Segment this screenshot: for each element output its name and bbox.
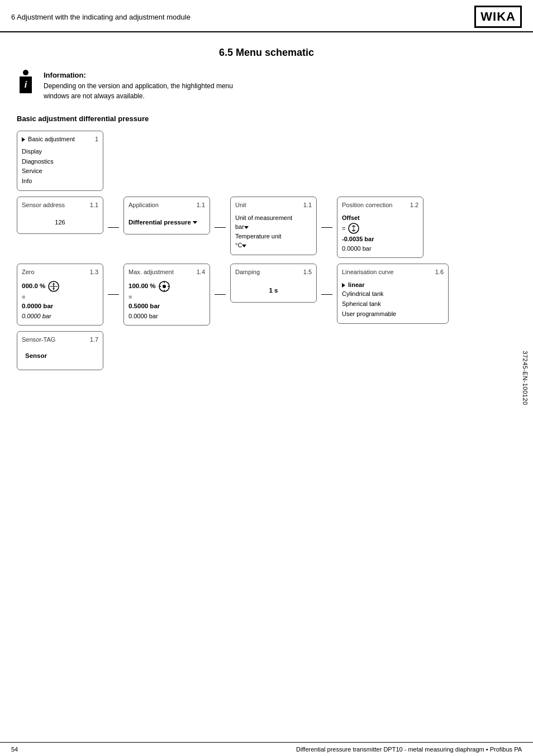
menu-grid: Basic adjustment 1 Display Diagnostics S… xyxy=(17,131,516,371)
sensor-address-value: 126 xyxy=(22,213,98,229)
application-header: Application 1.1 xyxy=(129,200,205,210)
application-value-text: Differential pressure xyxy=(129,219,193,226)
zero-number: 1.3 xyxy=(90,267,98,277)
position-correction-sublabel: Offset xyxy=(342,213,418,223)
temp-dropdown-triangle xyxy=(242,245,246,247)
info-dot xyxy=(23,70,28,75)
menu-row-3: Zero 1.3 000.0 % = xyxy=(17,264,516,326)
main-content: 6.5 Menu schematic i Information: Depend… xyxy=(0,32,533,381)
application-content: Differential pressure xyxy=(129,212,205,231)
main-menu-active-item: Basic adjustment xyxy=(22,135,75,144)
info-heading: Information: xyxy=(44,71,86,79)
linear-item-label: linear xyxy=(348,281,364,288)
application-label: Application xyxy=(129,200,159,210)
menu-row-2: Sensor address 1.1 126 Application 1.1 D… xyxy=(17,197,516,258)
zero-content: 000.0 % = 0.0000 bar 0.0000 bar xyxy=(22,279,98,322)
side-document-number: 37245-EN-100120 xyxy=(517,0,533,756)
sensor-address-label: Sensor address xyxy=(22,200,65,210)
sensor-address-header: Sensor address 1.1 xyxy=(22,200,98,210)
zero-header: Zero 1.3 xyxy=(22,267,98,277)
linearisation-box: Linearisation curve 1.6 linear Cylindric… xyxy=(337,264,449,324)
info-box: i Information: Depending on the version … xyxy=(17,70,516,101)
linearisation-number: 1.6 xyxy=(435,267,444,277)
triangle-right-icon xyxy=(22,137,25,142)
page-number: 54 xyxy=(11,746,18,753)
display-item: Display xyxy=(22,147,98,157)
unit-measurement-value: bar xyxy=(235,222,312,232)
info-i-symbol: i xyxy=(20,76,32,93)
max-adj-value2: 0.5000 bar xyxy=(129,302,205,311)
position-correction-value2: 0.0000 bar xyxy=(342,244,418,253)
zero-value1: 000.0 % xyxy=(22,281,45,291)
max-adjustment-label: Max. adjustment xyxy=(129,267,174,277)
sensor-address-number: 1.1 xyxy=(90,200,98,210)
unit-temp-label: Temperature unit xyxy=(235,232,312,241)
damping-label: Damping xyxy=(235,267,260,277)
zero-box: Zero 1.3 000.0 % = xyxy=(17,264,103,326)
damping-number: 1.5 xyxy=(303,267,312,277)
unit-number: 1.1 xyxy=(303,200,312,210)
zero-value-row: 000.0 % xyxy=(22,280,98,293)
unit-header: Unit 1.1 xyxy=(235,200,312,210)
main-menu-box: Basic adjustment 1 Display Diagnostics S… xyxy=(17,131,103,192)
section-title: 6.5 Menu schematic xyxy=(17,47,516,59)
sensor-tag-label: Sensor-TAG xyxy=(22,335,55,344)
spherical-tank-item: Spherical tank xyxy=(342,299,444,309)
max-adj-eq: = xyxy=(129,293,205,302)
max-adjustment-header: Max. adjustment 1.4 xyxy=(129,267,205,277)
linearisation-header: Linearisation curve 1.6 xyxy=(342,267,444,277)
position-correction-header: Position correction 1.2 xyxy=(342,200,418,210)
header-title: 6 Adjustment with the indicating and adj… xyxy=(11,13,191,21)
damping-value-text: 1 s xyxy=(269,287,278,294)
position-correction-content: Offset = -0.0035 bar 0.0000 bar xyxy=(342,212,418,255)
sensor-tag-header: Sensor-TAG 1.7 xyxy=(22,335,98,344)
cylindrical-tank-item: Cylindrical tank xyxy=(342,289,444,299)
connector-5 xyxy=(215,294,226,295)
svg-point-6 xyxy=(163,285,166,288)
wika-logo: WIKA xyxy=(474,6,522,28)
sensor-address-box: Sensor address 1.1 126 xyxy=(17,197,103,234)
position-correction-eq: = xyxy=(342,224,345,233)
page-footer: 54 Differential pressure transmitter DPT… xyxy=(0,742,533,756)
footer-description: Differential pressure transmitter DPT10 … xyxy=(296,746,522,753)
diagnostics-item: Diagnostics xyxy=(22,157,98,167)
document-number-text: 37245-EN-100120 xyxy=(522,351,529,405)
position-correction-label: Position correction xyxy=(342,200,393,210)
adjustment-icon xyxy=(348,222,360,235)
max-adjustment-content: 100.00 % = 0.5000 bar 0.0000 bar xyxy=(129,279,205,322)
sensor-tag-number: 1.7 xyxy=(90,335,98,344)
unit-label: Unit xyxy=(235,200,246,210)
position-correction-value1: -0.0035 bar xyxy=(342,235,418,244)
linearisation-content: linear Cylindrical tank Spherical tank U… xyxy=(342,279,444,320)
sensor-tag-box: Sensor-TAG 1.7 Sensor xyxy=(17,331,103,370)
max-adjustment-icon xyxy=(158,280,170,293)
info-icon: i xyxy=(17,70,35,93)
connector-4 xyxy=(108,294,119,295)
connector-3 xyxy=(321,227,332,228)
max-adj-value1: 100.00 % xyxy=(129,281,156,291)
unit-temp-value: °C xyxy=(235,241,312,250)
subsection-heading: Basic adjustment differential pressure xyxy=(17,114,516,123)
sensor-address-content: 126 xyxy=(22,212,98,231)
max-adjustment-number: 1.4 xyxy=(197,267,205,277)
sensor-tag-value: Sensor xyxy=(22,348,98,363)
zero-label: Zero xyxy=(22,267,35,277)
linear-item: linear xyxy=(342,280,444,290)
unit-content: Unit of measurement bar Temperature unit… xyxy=(235,212,312,251)
sensor-tag-content: Sensor xyxy=(22,347,98,364)
position-correction-icon-row: = xyxy=(342,222,418,235)
damping-value: 1 s xyxy=(235,280,312,298)
damping-content: 1 s xyxy=(235,279,312,299)
info-body: Depending on the version and application… xyxy=(44,82,233,100)
connector-1 xyxy=(108,227,119,228)
unit-box: Unit 1.1 Unit of measurement bar Tempera… xyxy=(230,197,317,255)
max-adjustment-box: Max. adjustment 1.4 100.00 % xyxy=(123,264,210,326)
position-correction-box: Position correction 1.2 Offset = xyxy=(337,197,423,258)
main-menu-header: Basic adjustment 1 xyxy=(22,135,98,144)
position-correction-number: 1.2 xyxy=(410,200,418,210)
zero-value2: 0.0000 bar xyxy=(22,302,98,311)
sensor-tag-value-text: Sensor xyxy=(25,352,47,359)
damping-header: Damping 1.5 xyxy=(235,267,312,277)
max-adj-value-row: 100.00 % xyxy=(129,280,205,293)
user-programmable-item: User programmable xyxy=(342,309,444,319)
